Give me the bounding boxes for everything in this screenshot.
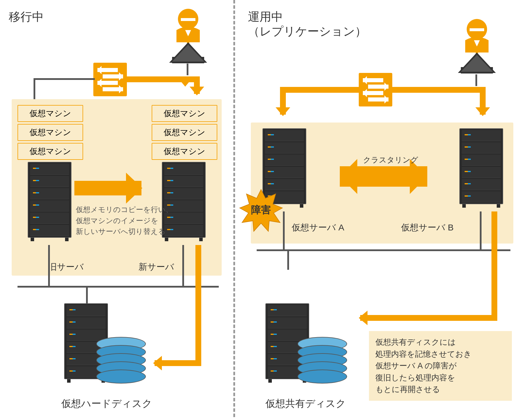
connector-line — [187, 64, 188, 75]
old-server-label: 旧サーバ — [48, 261, 84, 273]
connector-line — [86, 286, 88, 303]
user-icon — [449, 18, 505, 76]
user-icon — [160, 7, 216, 66]
connector-line — [287, 249, 289, 270]
vm-label: 仮想マシン — [18, 143, 83, 160]
connector-line — [283, 211, 285, 249]
clustering-label: クラスタリング — [363, 155, 418, 165]
migration-arrow — [74, 181, 141, 195]
svg-rect-1 — [181, 18, 195, 21]
flow-arrow — [280, 87, 360, 93]
connector-line — [18, 286, 219, 288]
vm-label: 仮想マシン — [152, 143, 217, 160]
flow-arrow — [280, 87, 286, 115]
connector-line — [182, 245, 184, 286]
connector-line — [34, 78, 35, 102]
flow-arrow — [480, 87, 486, 115]
flow-arrow — [155, 360, 201, 366]
connector-line — [48, 245, 50, 286]
server-b-label: 仮想サーバ B — [401, 222, 454, 234]
disk-label: 仮想ハードディスク — [61, 397, 152, 411]
svg-rect-4 — [470, 28, 484, 31]
connector-line — [475, 74, 477, 86]
failure-badge: 障害 — [239, 188, 283, 232]
new-server-label: 新サーバ — [139, 261, 174, 273]
right-panel: 運用中 （レプリケーション） — [242, 0, 522, 420]
panel-divider — [233, 0, 235, 417]
flow-arrow — [360, 315, 497, 321]
flow-arrow — [392, 87, 486, 93]
flow-arrow — [195, 245, 201, 362]
database-icon — [96, 337, 146, 384]
switch-icon — [93, 63, 127, 96]
connector-line — [480, 211, 482, 249]
switch-icon — [359, 73, 392, 106]
vm-label: 仮想マシン — [152, 105, 217, 122]
shared-disk-label: 仮想共有ディスク — [265, 397, 346, 411]
flow-arrow — [194, 76, 200, 94]
flow-arrow — [491, 211, 497, 316]
right-title-1: 運用中 — [248, 9, 283, 25]
migration-description: 仮想メモリのコピーを行い、 仮想マシンのイメージを 新しいサーバへ切り替える — [76, 204, 173, 237]
left-panel: 移行中 仮想マシン 仮想マシン 仮想マシン 仮想マシン 仮想マシン 仮想マ — [0, 0, 228, 420]
failure-text: 障害 — [251, 203, 271, 217]
vm-label: 仮想マシン — [18, 105, 83, 122]
callout-box: 仮想共有ディスクには 処理内容を記憶させておき 仮想サーバ A の障害が 復旧し… — [369, 331, 512, 401]
clustering-arrow — [340, 166, 427, 187]
connector-line — [34, 78, 95, 80]
server-b-icon — [459, 128, 503, 209]
vm-label: 仮想マシン — [18, 124, 83, 141]
flow-arrow — [195, 356, 201, 366]
left-title: 移行中 — [9, 9, 44, 25]
vm-label: 仮想マシン — [152, 124, 217, 141]
connector-line — [257, 249, 510, 251]
server-a-label: 仮想サーバ A — [292, 222, 344, 234]
old-server-icon — [28, 162, 71, 242]
right-title-2: （レプリケーション） — [248, 23, 367, 39]
database-icon — [298, 337, 347, 384]
flow-arrow — [491, 311, 497, 321]
